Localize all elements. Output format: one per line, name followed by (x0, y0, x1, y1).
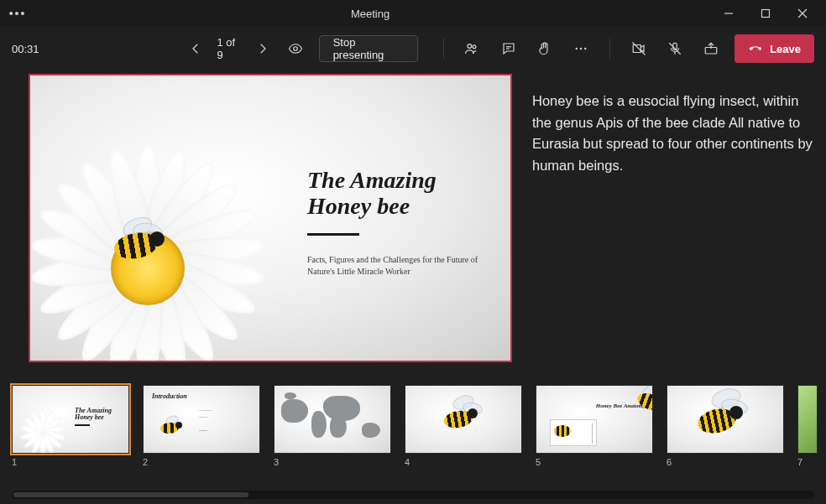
call-timer: 00:31 (12, 43, 55, 55)
slide-title-block: The Amazing Honey bee Facts, Figures and… (307, 168, 500, 278)
window-title: Meeting (30, 8, 710, 20)
leave-button[interactable]: Leave (735, 34, 814, 63)
svg-point-11 (584, 48, 586, 49)
scrollbar-thumb[interactable] (13, 492, 248, 497)
thumb-index-7: 7 (797, 457, 818, 467)
svg-line-12 (632, 43, 645, 55)
slide-subtitle: Facts, Figures and the Challenges for th… (307, 254, 500, 278)
thumb-index-6: 6 (667, 457, 784, 467)
slide-title-line2: Honey bee (307, 193, 410, 219)
title-bar: ••• Meeting (0, 0, 826, 27)
thumb-index-4: 4 (405, 457, 522, 467)
chat-icon[interactable] (495, 34, 521, 63)
slide-nav-group: 1 of 9 (183, 34, 309, 63)
thumbnail-scrollbar[interactable] (12, 491, 814, 499)
thumb-index-2: 2 (143, 457, 260, 467)
thumb-index-1: 1 (12, 457, 129, 467)
slide-title-line1: The Amazing (307, 167, 437, 193)
presentation-stage: The Amazing Honey bee Facts, Figures and… (0, 70, 826, 378)
leave-label: Leave (770, 43, 801, 55)
thumbnail-strip: The Amazing Honey bee 1 Introduction ———… (0, 378, 826, 489)
window-controls (710, 0, 821, 27)
svg-point-5 (468, 44, 472, 49)
stop-presenting-label: Stop presenting (333, 36, 404, 61)
thumb-index-5: 5 (536, 457, 653, 467)
next-slide-button[interactable] (250, 34, 276, 63)
svg-point-4 (294, 47, 298, 51)
current-slide[interactable]: The Amazing Honey bee Facts, Figures and… (29, 74, 512, 362)
daisy-flower-image (30, 126, 290, 361)
thumb-5-title: Honey Bee Anatomy (596, 403, 646, 409)
raise-hand-icon[interactable] (531, 34, 557, 63)
speaker-notes: Honey bee is a eusocial flying insect, w… (532, 74, 814, 375)
slide-thumbnail-3[interactable] (274, 385, 391, 454)
meeting-toolbar: 00:31 1 of 9 Stop presenting (0, 27, 826, 70)
toolbar-divider (609, 39, 610, 59)
slide-thumbnail-5[interactable]: Honey Bee Anatomy (536, 385, 653, 454)
notes-text: Honey bee is a eusocial flying insect, w… (532, 93, 813, 173)
participants-icon[interactable] (459, 34, 485, 63)
slide-thumbnail-2[interactable]: Introduction ——— —— —— (143, 385, 260, 454)
slide-thumbnail-1[interactable]: The Amazing Honey bee (12, 385, 129, 454)
stop-presenting-button[interactable]: Stop presenting (319, 35, 418, 62)
slide-counter: 1 of 9 (211, 36, 249, 61)
bee-image (97, 216, 173, 267)
slide-thumbnail-7[interactable] (797, 385, 818, 454)
thumb-index-3: 3 (274, 457, 391, 467)
svg-rect-1 (762, 10, 770, 18)
close-button[interactable] (784, 0, 821, 27)
svg-point-9 (576, 48, 578, 49)
svg-point-6 (473, 45, 476, 49)
slide-thumbnail-6[interactable] (667, 385, 784, 454)
more-actions-icon[interactable] (568, 34, 594, 63)
toolbar-divider (443, 39, 444, 59)
camera-off-icon[interactable] (625, 34, 651, 63)
hangup-icon (748, 41, 763, 56)
maximize-button[interactable] (747, 0, 784, 27)
share-tray-icon[interactable] (698, 34, 724, 63)
slide-thumbnail-4[interactable] (405, 385, 522, 454)
mic-off-icon[interactable] (661, 34, 687, 63)
slide-canvas: The Amazing Honey bee Facts, Figures and… (30, 75, 510, 361)
prev-slide-button[interactable] (183, 34, 209, 63)
minimize-button[interactable] (710, 0, 747, 27)
thumb-1-title: The Amazing Honey bee (75, 408, 128, 422)
app-more-icon[interactable]: ••• (5, 7, 30, 20)
svg-point-10 (580, 48, 582, 49)
thumb-2-title: Introduction (152, 392, 187, 400)
private-view-icon[interactable] (283, 34, 309, 63)
